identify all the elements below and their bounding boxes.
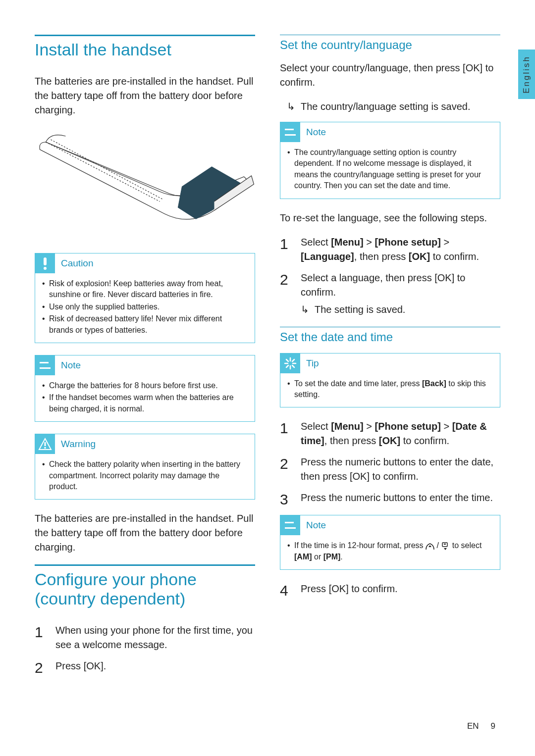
note-item: If the handset becomes warm when the bat…	[42, 392, 248, 414]
tip-callout: Tip To set the date and time later, pres…	[280, 353, 500, 408]
heading-install-handset: Install the handset	[35, 35, 255, 59]
country-result: The country/language setting is saved.	[280, 100, 500, 114]
caution-title: Caution	[61, 258, 94, 269]
note-icon	[35, 355, 55, 375]
note-item: If the time is in 12-hour format, press …	[287, 540, 493, 562]
page-footer: EN 9	[467, 721, 495, 731]
right-column: Set the country/language Select your cou…	[280, 35, 500, 683]
svg-rect-7	[285, 134, 296, 136]
note-title: Note	[306, 127, 326, 138]
svg-rect-6	[285, 129, 294, 130]
note-icon	[280, 122, 300, 142]
tip-icon	[280, 353, 300, 373]
footer-lang: EN	[467, 721, 479, 731]
down-key-icon	[441, 542, 450, 551]
svg-rect-3	[40, 367, 51, 369]
step-item: Press the numeric buttons to enter the d…	[280, 455, 500, 484]
svg-rect-17	[285, 527, 296, 529]
reset-language-intro: To re-set the language, see the followin…	[280, 211, 500, 225]
step-item: Select [Menu] > [Phone setup] > [Languag…	[280, 235, 500, 264]
note-item: Charge the batteries for 8 hours before …	[42, 380, 248, 391]
intro-paragraph: The batteries are pre-installed in the h…	[35, 74, 255, 117]
note-item: The country/language setting option is c…	[287, 147, 493, 192]
tip-title: Tip	[306, 358, 319, 369]
warning-icon	[35, 434, 55, 454]
step-result: The setting is saved.	[301, 302, 500, 317]
left-column: Install the handset The batteries are pr…	[35, 35, 255, 683]
note-callout: Note The country/language setting option…	[280, 122, 500, 199]
svg-rect-4	[45, 442, 46, 446]
heading-configure-phone: Configure your phone (country dependent)	[35, 564, 255, 608]
intro-paragraph-2: The batteries are pre-installed in the h…	[35, 511, 255, 554]
datetime-steps: Select [Menu] > [Phone setup] > [Date & …	[280, 419, 500, 505]
caution-callout: Caution Risk of explosion! Keep batterie…	[35, 253, 255, 343]
svg-point-5	[44, 447, 46, 449]
warning-callout: Warning Check the battery polarity when …	[35, 434, 255, 500]
warning-item: Check the battery polarity when insertin…	[42, 459, 248, 492]
tip-item: To set the date and time later, press [B…	[287, 378, 493, 401]
svg-line-15	[292, 359, 294, 361]
language-steps: Select [Menu] > [Phone setup] > [Languag…	[280, 235, 500, 317]
note-icon	[280, 515, 300, 535]
svg-line-13	[292, 365, 294, 367]
caution-item: Risk of explosion! Keep batteries away f…	[42, 278, 248, 301]
note-title: Note	[61, 360, 81, 371]
svg-rect-2	[40, 362, 49, 363]
up-key-icon	[426, 542, 434, 550]
caution-item: Risk of decreased battery life! Never mi…	[42, 313, 248, 336]
svg-rect-19	[444, 544, 446, 545]
caution-icon	[35, 253, 55, 273]
heading-set-date-time: Set the date and time	[280, 327, 500, 344]
svg-line-12	[286, 359, 288, 361]
handset-battery-illustration	[35, 127, 255, 241]
warning-title: Warning	[61, 439, 96, 450]
footer-page: 9	[491, 721, 495, 731]
step-item: When using your phone for the first time…	[35, 623, 255, 652]
datetime-steps-cont: Press [OK] to confirm.	[280, 582, 500, 596]
step-item: Press [OK].	[35, 659, 255, 673]
svg-rect-16	[285, 522, 294, 523]
caution-item: Use only the supplied batteries.	[42, 302, 248, 312]
page-content: Install the handset The batteries are pr…	[0, 0, 535, 708]
note-callout: Note Charge the batteries for 8 hours be…	[35, 355, 255, 422]
country-paragraph: Select your country/language, then press…	[280, 61, 500, 90]
svg-rect-0	[44, 257, 47, 265]
configure-steps: When using your phone for the first time…	[35, 623, 255, 673]
note-callout: Note If the time is in 12-hour format, p…	[280, 515, 500, 570]
step-item: Press the numeric buttons to enter the t…	[280, 491, 500, 505]
note-title: Note	[306, 520, 326, 531]
svg-point-1	[44, 267, 47, 270]
step-item: Press [OK] to confirm.	[280, 582, 500, 596]
step-item: Select [Menu] > [Phone setup] > [Date & …	[280, 419, 500, 448]
svg-line-14	[286, 365, 288, 367]
heading-set-country: Set the country/language	[280, 35, 500, 52]
step-item: Select a language, then press [OK] to co…	[280, 271, 500, 317]
